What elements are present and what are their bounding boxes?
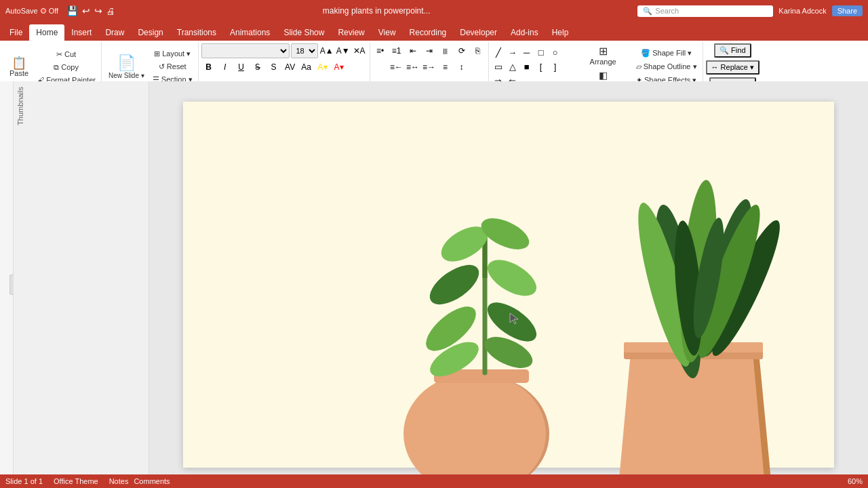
bold-button[interactable]: B (201, 60, 216, 75)
tab-recording[interactable]: Recording (403, 24, 454, 41)
shape-rect-outline-btn[interactable]: □ (534, 46, 548, 60)
font-family-select[interactable] (201, 43, 290, 58)
search-box[interactable]: 🔍 Search (637, 5, 773, 17)
paste-icon: 📋 (12, 57, 26, 69)
new-slide-button[interactable]: 📄 New Slide ▾ (104, 52, 149, 81)
tab-file[interactable]: File (3, 24, 29, 41)
tab-home[interactable]: Home (29, 24, 64, 41)
tab-review[interactable]: Review (331, 24, 371, 41)
ribbon-tabs: File Home Insert Draw Design Transitions… (0, 22, 868, 41)
align-left-button[interactable]: ≡← (389, 60, 404, 75)
quick-access-toolbar: 💾 ↩ ↪ 🖨 (66, 5, 115, 16)
clear-format-button[interactable]: ✕A (352, 43, 367, 58)
tab-animations[interactable]: Animations (223, 24, 277, 41)
text-case-button[interactable]: Aa (299, 60, 314, 75)
shadow-button[interactable]: S (267, 60, 281, 75)
layout-button[interactable]: ⊞ Layout ▾ (150, 48, 195, 60)
numbering-button[interactable]: ≡1 (389, 43, 404, 58)
share-button[interactable]: Share (832, 5, 863, 16)
tab-addins[interactable]: Add-ins (504, 24, 545, 41)
save-icon[interactable]: 💾 (66, 5, 78, 16)
strikethrough-button[interactable]: S̶ (250, 60, 265, 75)
title-bar: AutoSave Off 💾 ↩ ↪ 🖨 making plants in po… (0, 0, 868, 22)
status-bar: Slide 1 of 1 Office Theme Notes Comments… (0, 474, 868, 488)
replace-button[interactable]: ↔ Replace ▾ (706, 60, 760, 75)
highlight-button[interactable]: A▾ (315, 60, 330, 75)
tab-transitions[interactable]: Transitions (170, 24, 223, 41)
reset-button[interactable]: ↺ Reset (150, 61, 195, 73)
tab-design[interactable]: Design (131, 24, 170, 41)
shape-rect-btn[interactable]: ■ (520, 60, 534, 74)
align-right-button[interactable]: ≡→ (422, 60, 437, 75)
shape-bracket-open-btn[interactable]: [ (534, 60, 548, 74)
shape-outline-button[interactable]: ▱ Shape Outline ▾ (633, 61, 700, 73)
left-sidebar: › (0, 81, 14, 488)
comments-button[interactable]: Comments (134, 477, 170, 485)
autosave-status: Off (49, 7, 58, 15)
shape-hline-btn[interactable]: ─ (520, 46, 534, 60)
align-center-button[interactable]: ≡↔ (406, 60, 420, 75)
tab-help[interactable]: Help (545, 24, 576, 41)
slide-area[interactable] (149, 81, 868, 488)
theme-name: Office Theme (54, 477, 98, 485)
paragraph-row-2: ≡← ≡↔ ≡→ ≡ ↕ (389, 60, 469, 75)
left-plant (387, 142, 576, 488)
redo-icon[interactable]: ↪ (94, 5, 102, 16)
styles-icon: ◧ (599, 70, 608, 81)
undo-icon[interactable]: ↩ (82, 5, 90, 16)
shape-arrow-btn[interactable]: → (506, 46, 519, 60)
paste-button[interactable]: 📋 Paste (5, 55, 33, 79)
shape-rounded-rect-btn[interactable]: ▭ (492, 60, 505, 74)
text-direction-button[interactable]: ⟳ (454, 43, 469, 58)
thumbnails-panel: Thumbnails (14, 81, 149, 488)
search-placeholder: Search (655, 7, 679, 15)
tab-developer[interactable]: Developer (453, 24, 504, 41)
tab-insert[interactable]: Insert (64, 24, 98, 41)
shape-fill-button[interactable]: 🪣 Shape Fill ▾ (633, 47, 700, 59)
autosave-dot (41, 8, 46, 14)
decrease-indent-button[interactable]: ⇤ (406, 43, 420, 58)
columns-button[interactable]: ⫼ (438, 43, 453, 58)
print-icon[interactable]: 🖨 (106, 6, 115, 16)
svg-point-9 (481, 253, 542, 304)
increase-indent-button[interactable]: ⇥ (422, 43, 437, 58)
copy-button[interactable]: ⧉ Copy (34, 62, 98, 73)
font-color-button[interactable]: A▾ (332, 60, 347, 75)
search-icon: 🔍 (643, 7, 652, 16)
italic-button[interactable]: I (218, 60, 233, 75)
new-slide-icon: 📄 (117, 54, 136, 72)
find-button[interactable]: 🔍 Find (714, 43, 751, 58)
justify-button[interactable]: ≡ (438, 60, 453, 75)
bullets-button[interactable]: ≡• (373, 43, 388, 58)
cut-button[interactable]: ✂ Cut (34, 49, 98, 60)
autosave-label: AutoSave (5, 7, 38, 15)
arrange-button[interactable]: ⊞ Arrange (577, 43, 629, 67)
decrease-font-button[interactable]: A▼ (336, 43, 351, 58)
tab-draw[interactable]: Draw (98, 24, 131, 41)
autosave-indicator[interactable]: AutoSave Off (5, 7, 58, 15)
convert-smartart-button[interactable]: ⎘ (471, 43, 486, 58)
font-size-select[interactable]: 18 (291, 43, 318, 58)
increase-font-button[interactable]: A▲ (319, 43, 334, 58)
tab-slideshow[interactable]: Slide Show (277, 24, 331, 41)
shape-bracket-close-btn[interactable]: ] (549, 60, 562, 74)
tab-view[interactable]: View (372, 24, 403, 41)
shape-line-btn[interactable]: ╱ (492, 46, 505, 60)
arrange-icon: ⊞ (599, 45, 608, 58)
slide-canvas[interactable] (183, 102, 834, 468)
underline-button[interactable]: U (234, 60, 249, 75)
shape-triangle-btn[interactable]: △ (506, 60, 519, 74)
right-plant (590, 142, 793, 488)
slide-count: Slide 1 of 1 (5, 477, 43, 485)
shape-oval-btn[interactable]: ○ (549, 46, 562, 60)
zoom-level[interactable]: 60% (848, 477, 863, 485)
thumbnails-label: Thumbnails (16, 87, 24, 125)
font-row-2: B I U S̶ S AV Aa A▾ A▾ (201, 60, 347, 75)
notes-button[interactable]: Notes (109, 477, 129, 485)
paragraph-row-1: ≡• ≡1 ⇤ ⇥ ⫼ ⟳ ⎘ (373, 43, 486, 58)
document-title: making plants in powerpoint... (115, 6, 637, 16)
char-spacing-button[interactable]: AV (283, 60, 298, 75)
svg-point-8 (423, 258, 486, 312)
user-name[interactable]: Karina Adcock (778, 7, 826, 15)
line-spacing-button[interactable]: ↕ (454, 60, 469, 75)
